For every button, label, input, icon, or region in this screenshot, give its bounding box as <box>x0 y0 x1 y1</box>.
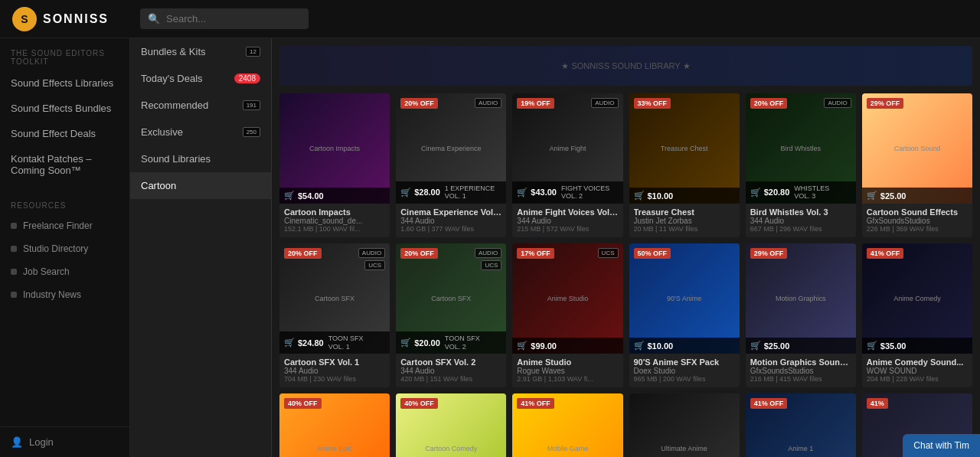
product-card-motion-graphics[interactable]: 29% OFFMotion Graphics🛒$25.00Motion Grap… <box>746 243 856 387</box>
product-card-cinema-experience[interactable]: 20% OFFAUDIOCinema Experience🛒$28.001 EX… <box>396 93 506 237</box>
dropdown-item-exclusive[interactable]: Exclusive 250 <box>130 119 271 145</box>
price-value: $35.00 <box>880 341 906 351</box>
product-maker: 344 Audio <box>400 217 501 225</box>
product-card-cartoon-sound-effects[interactable]: 29% OFFCartoon Sound🛒$25.00Cartoon Sound… <box>862 93 972 237</box>
product-card-comedy-sfx2[interactable]: 40% OFFCartoon ComedyCartoon Comedy SFX … <box>396 393 506 457</box>
product-title: Anime Studio <box>517 357 618 367</box>
product-thumb: 19% OFFAUDIOAnime Fight🛒$43.00FIGHT VOIC… <box>512 93 622 204</box>
sidebar-item-sound-effects-libraries[interactable]: Sound Effects Libraries <box>0 70 129 96</box>
price-value: $25.00 <box>880 191 906 201</box>
product-card-anime-90s[interactable]: 50% OFF90'S Anime🛒$10.0090'S Anime SFX P… <box>629 243 740 387</box>
price-value: $24.80 <box>298 338 324 348</box>
cart-icon: 🛒 <box>400 188 411 197</box>
recommended-label: Recommended <box>141 100 208 111</box>
product-meta: 1.60 GB | 377 WAV files <box>400 225 501 233</box>
sidebar-resource-studio[interactable]: Studio Directory <box>0 237 129 260</box>
sidebar-resource-job[interactable]: Job Search <box>0 260 129 283</box>
audio-badge: AUDIO <box>591 98 618 108</box>
product-card-cartoon-sfx-vol2[interactable]: 20% OFFAUDIOUCSCartoon SFX🛒$20.00TOON SF… <box>396 243 506 387</box>
product-maker: WOW SOUND <box>867 367 968 375</box>
dropdown-item-bundles-kits[interactable]: Bundles & Kits 12 <box>130 38 271 65</box>
off-badge: 29% OFF <box>750 248 788 259</box>
dropdown-item-cartoon[interactable]: Cartoon <box>130 172 271 199</box>
extra-label: FIGHT VOICES VOL. 2 <box>561 184 609 201</box>
freelance-icon <box>11 223 17 229</box>
off-badge: 19% OFF <box>517 98 554 109</box>
product-info: Treasure ChestJustin Jet Zorbas20 MB | 1… <box>629 204 740 237</box>
price-bar: 🛒$35.00 <box>862 338 972 354</box>
off-badge: 17% OFF <box>517 248 554 259</box>
product-thumb: 20% OFFAUDIOBird Whistles🛒$20.80WHISTLES… <box>746 93 856 204</box>
product-card-anime-studio[interactable]: 17% OFFUCSAnime Studio🛒$99.00Anime Studi… <box>512 243 622 387</box>
product-card-cartoon-impacts[interactable]: Cartoon Impacts🛒$54.00Cartoon ImpactsCin… <box>279 93 390 237</box>
product-card-bird-whistles[interactable]: 20% OFFAUDIOBird Whistles🛒$20.80WHISTLES… <box>746 93 856 237</box>
logo-icon: S <box>12 7 37 31</box>
product-card-anime-fight-voices[interactable]: 19% OFFAUDIOAnime Fight🛒$43.00FIGHT VOIC… <box>512 93 622 237</box>
cart-icon: 🛒 <box>517 341 528 351</box>
off-badge: 20% OFF <box>400 98 438 109</box>
product-card-mobile-game-sfx[interactable]: 41% OFFMobile GameMobile Game SFX <box>512 393 622 457</box>
product-meta: 420 MB | 151 WAV files <box>400 375 501 383</box>
off-badge: 40% OFF <box>284 398 322 409</box>
sidebar-item-kontakt-patches[interactable]: Kontakt Patches – Coming Soon™ <box>0 146 129 183</box>
product-card-anime-comedy-sound[interactable]: 41% OFFAnime Comedy🛒$35.00Anime Comedy S… <box>862 243 972 387</box>
product-info: Cartoon SFX Vol. 2344 Audio420 MB | 151 … <box>396 354 506 387</box>
audio-badges: AUDIOUCS <box>358 248 385 270</box>
dropdown-item-recommended[interactable]: Recommended 191 <box>130 92 271 119</box>
product-maker: GfxSoundsStudios <box>750 367 851 375</box>
chat-button[interactable]: Chat with Tim <box>903 434 980 457</box>
extra-label: TOON SFX VOL. 1 <box>328 335 364 351</box>
product-card-anime-epic-combat[interactable]: 40% OFFAnime EpicAnime Epic Combat <box>279 393 390 457</box>
sound-libraries-label: Sound Libraries <box>141 153 211 165</box>
user-icon: 👤 <box>11 436 23 448</box>
audio-badge: AUDIO <box>824 98 851 108</box>
dropdown-menu: Bundles & Kits 12 Today's Deals 2408 Rec… <box>130 38 272 457</box>
sidebar-resources-label: Resources <box>0 191 129 214</box>
off-badge: 50% OFF <box>634 248 671 259</box>
studio-label: Studio Directory <box>23 243 88 254</box>
banner: ★ SONNISS SOUND LIBRARY ★ <box>279 46 972 86</box>
product-card-anime1[interactable]: 41% OFFAnime 1Anime 1 <box>746 393 856 457</box>
product-info: Bird Whistles Vol. 3344 Audio667 MB | 29… <box>746 204 856 237</box>
product-meta: 704 MB | 230 WAV files <box>284 375 385 383</box>
product-thumb: 41% OFFAnime Comedy🛒$35.00 <box>862 243 972 354</box>
cart-icon: 🛒 <box>517 188 528 197</box>
product-title: Cinema Experience Vol. 1 <box>400 207 501 217</box>
search-input[interactable] <box>166 13 301 24</box>
price-value: $10.00 <box>648 191 674 201</box>
login-button[interactable]: 👤 Login <box>0 426 129 457</box>
price-bar: 🛒$10.00 <box>629 188 740 204</box>
product-title: Cartoon Sound Effects <box>867 207 968 217</box>
sidebar-resource-freelance[interactable]: Freelance Finder <box>0 214 129 237</box>
audio-badges: UCS <box>598 248 619 258</box>
price-bar: 🛒$43.00FIGHT VOICES VOL. 2 <box>512 181 622 204</box>
freelance-label: Freelance Finder <box>23 220 93 231</box>
cart-icon: 🛒 <box>750 188 761 197</box>
product-card-treasure-chest[interactable]: 33% OFFTreasure Chest🛒$10.00Treasure Che… <box>629 93 740 237</box>
off-badge: 20% OFF <box>284 248 322 259</box>
product-info: Anime Fight Voices Vol. 2344 Audio215 MB… <box>512 204 622 237</box>
news-icon <box>11 292 17 298</box>
cart-icon: 🛒 <box>634 341 645 351</box>
product-info: Anime StudioRogue Waves2.91 GB | 1,103 W… <box>512 354 622 387</box>
audio-badge: AUDIO <box>475 248 501 258</box>
extra-label: TOON SFX VOL. 2 <box>445 335 480 351</box>
price-value: $20.00 <box>414 338 440 348</box>
product-maker: Justin Jet Zorbas <box>634 217 735 225</box>
product-card-ultimate-anime[interactable]: Ultimate AnimeUltimate Anime <box>629 393 740 457</box>
off-badge: 41% OFF <box>517 398 554 409</box>
dropdown-item-todays-deals[interactable]: Today's Deals 2408 <box>130 65 271 92</box>
product-card-cartoon-sfx-vol1[interactable]: 20% OFFAUDIOUCSCartoon SFX🛒$24.80TOON SF… <box>279 243 390 387</box>
sidebar-resource-news[interactable]: Industry News <box>0 283 129 306</box>
product-thumb: Ultimate Anime <box>629 393 740 457</box>
product-maker: 344 Audio <box>400 367 501 375</box>
sidebar-item-sound-effect-deals[interactable]: Sound Effect Deals <box>0 121 129 146</box>
product-info: Cinema Experience Vol. 1344 Audio1.60 GB… <box>396 204 506 237</box>
sidebar-item-sound-effects-bundles[interactable]: Sound Effects Bundles <box>0 96 129 121</box>
dropdown-item-sound-libraries[interactable]: Sound Libraries <box>130 145 271 172</box>
studio-icon <box>11 246 17 252</box>
off-badge: 41% OFF <box>867 248 904 259</box>
price-value: $28.00 <box>414 188 440 197</box>
product-thumb: 29% OFFCartoon Sound🛒$25.00 <box>862 93 972 204</box>
product-info: Cartoon ImpactsCinematic_sound_de...152.… <box>279 204 390 237</box>
